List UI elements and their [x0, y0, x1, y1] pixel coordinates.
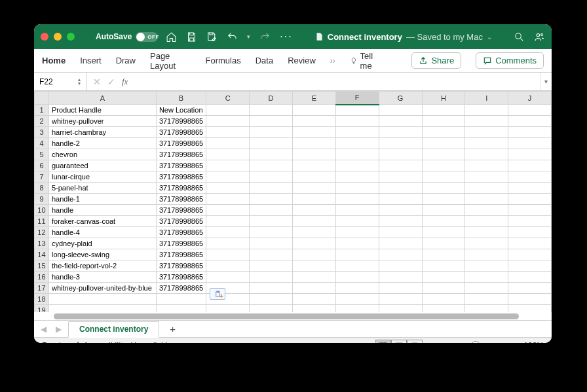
cell[interactable]	[292, 305, 335, 313]
cell[interactable]	[508, 260, 552, 272]
cell[interactable]	[250, 149, 293, 160]
cell[interactable]: the-field-report-vol-2	[48, 260, 156, 272]
cell[interactable]	[292, 238, 335, 249]
cell[interactable]	[335, 127, 379, 138]
name-box[interactable]: F22 ▴▾	[34, 73, 86, 90]
cell[interactable]	[250, 194, 293, 205]
column-header[interactable]: D	[250, 92, 293, 105]
row-header[interactable]: 1	[35, 105, 49, 116]
cell[interactable]	[335, 105, 379, 116]
cell[interactable]	[422, 283, 465, 294]
cell[interactable]	[250, 272, 293, 283]
cell[interactable]	[292, 138, 335, 149]
coauthor-icon[interactable]	[534, 31, 545, 43]
row-header[interactable]: 11	[35, 216, 49, 227]
cell[interactable]	[250, 183, 293, 194]
column-header[interactable]: G	[379, 92, 422, 105]
column-header[interactable]: H	[422, 92, 465, 105]
cell[interactable]	[379, 283, 422, 294]
cell[interactable]	[156, 305, 206, 313]
cell[interactable]	[250, 294, 293, 305]
cell[interactable]	[206, 160, 250, 171]
cell[interactable]: whitney-pullover	[48, 116, 156, 127]
cell[interactable]	[335, 260, 379, 272]
cell[interactable]	[508, 227, 552, 238]
share-button[interactable]: Share	[411, 52, 461, 69]
cell[interactable]	[206, 194, 250, 205]
expand-tabs-icon[interactable]: ››	[330, 56, 335, 65]
cell[interactable]	[465, 105, 508, 116]
close-button[interactable]	[41, 33, 48, 41]
cell[interactable]	[379, 105, 422, 116]
cell[interactable]: lunar-cirque	[48, 171, 156, 183]
cell[interactable]: handle	[48, 205, 156, 216]
cell[interactable]	[379, 160, 422, 171]
cell[interactable]	[465, 249, 508, 260]
cell[interactable]	[335, 205, 379, 216]
cell[interactable]	[508, 294, 552, 305]
cell[interactable]	[465, 127, 508, 138]
cell[interactable]	[250, 216, 293, 227]
cell[interactable]	[292, 216, 335, 227]
cell[interactable]	[379, 205, 422, 216]
row-header[interactable]: 6	[35, 160, 49, 171]
cell[interactable]	[379, 249, 422, 260]
cell[interactable]	[292, 183, 335, 194]
redo-icon[interactable]	[259, 31, 271, 43]
normal-view-button[interactable]	[375, 340, 391, 343]
cell[interactable]	[379, 272, 422, 283]
accept-formula-icon[interactable]: ✓	[107, 77, 115, 87]
cell[interactable]	[206, 305, 250, 313]
tab-formulas[interactable]: Formulas	[205, 56, 240, 65]
cell[interactable]	[422, 238, 465, 249]
cell[interactable]	[250, 238, 293, 249]
cell[interactable]	[292, 249, 335, 260]
cell[interactable]	[292, 127, 335, 138]
row-header[interactable]: 3	[35, 127, 49, 138]
cell[interactable]	[206, 171, 250, 183]
cell[interactable]: 37178998865	[156, 183, 206, 194]
expand-formula-bar-icon[interactable]: ▾	[540, 73, 552, 90]
zoom-out-button[interactable]: −	[432, 340, 437, 343]
cell[interactable]	[379, 116, 422, 127]
cell[interactable]	[465, 238, 508, 249]
cell[interactable]	[422, 194, 465, 205]
search-icon[interactable]	[514, 31, 525, 43]
cell[interactable]	[508, 171, 552, 183]
cell[interactable]: Product Handle	[48, 105, 156, 116]
cell[interactable]	[48, 294, 156, 305]
save-as-icon[interactable]	[206, 31, 218, 43]
cell[interactable]: 37178998865	[156, 272, 206, 283]
cell[interactable]	[335, 160, 379, 171]
cell[interactable]: 37178998865	[156, 138, 206, 149]
formula-input[interactable]	[134, 73, 540, 90]
cell[interactable]	[465, 149, 508, 160]
cell[interactable]: 37178998865	[156, 127, 206, 138]
cell[interactable]	[508, 116, 552, 127]
cell[interactable]	[250, 249, 293, 260]
cell[interactable]	[465, 294, 508, 305]
cell[interactable]	[465, 205, 508, 216]
comments-button[interactable]: Comments	[476, 52, 544, 69]
cell[interactable]	[379, 227, 422, 238]
cell[interactable]	[335, 116, 379, 127]
column-header[interactable]: E	[292, 92, 335, 105]
cell[interactable]: handle-2	[48, 138, 156, 149]
cell[interactable]: handle-1	[48, 194, 156, 205]
cell[interactable]	[422, 183, 465, 194]
cell[interactable]	[508, 138, 552, 149]
add-sheet-button[interactable]: +	[163, 323, 182, 334]
zoom-in-button[interactable]: +	[513, 340, 518, 343]
cell[interactable]	[422, 171, 465, 183]
cell[interactable]: 37178998865	[156, 149, 206, 160]
cell[interactable]	[206, 238, 250, 249]
cell[interactable]	[465, 227, 508, 238]
cell[interactable]	[379, 260, 422, 272]
cell[interactable]	[465, 171, 508, 183]
row-header[interactable]: 7	[35, 171, 49, 183]
cell[interactable]	[250, 305, 293, 313]
cell[interactable]	[250, 116, 293, 127]
cell[interactable]	[48, 305, 156, 313]
cell[interactable]	[422, 294, 465, 305]
cell[interactable]	[422, 227, 465, 238]
